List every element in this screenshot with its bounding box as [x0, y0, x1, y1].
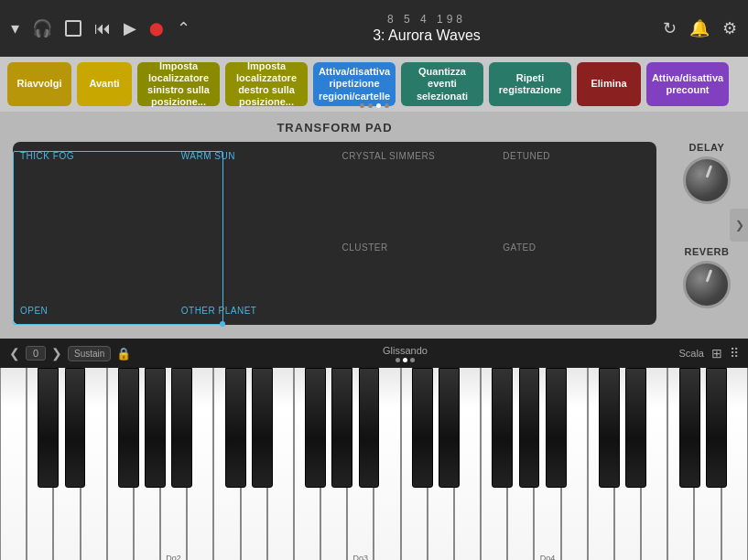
transform-title: TRANSFORM PAD: [13, 121, 656, 135]
black-key-11[interactable]: [412, 368, 433, 488]
black-key-3[interactable]: [118, 368, 139, 488]
do3-label: Do3: [353, 554, 369, 560]
forward-button[interactable]: Avanti: [77, 62, 132, 106]
dot-3: [376, 103, 381, 108]
play-btn[interactable]: ▶: [124, 18, 136, 38]
black-key-4[interactable]: [145, 368, 166, 488]
pad-cell-other-planet[interactable]: OTHER PLANET: [174, 233, 335, 325]
pad-cell-warm-sun[interactable]: WARM SUN: [174, 142, 335, 233]
dot-1: [360, 103, 364, 108]
do2-label: Do2: [166, 554, 181, 560]
piano-dot-1: [396, 358, 400, 362]
top-bar-center: 8 5 4 198 3: Aurora Waves: [373, 13, 481, 44]
quantize-button[interactable]: Quantizza eventi selezionati: [401, 62, 483, 106]
black-key-1[interactable]: [38, 368, 59, 488]
transform-pad[interactable]: THICK FOG WARM SUN CRYSTAL SIMMERS DETUN…: [13, 142, 656, 325]
settings-btn[interactable]: ⚙: [722, 18, 737, 38]
repeat-record-button[interactable]: Ripeti registrazione: [489, 62, 571, 106]
delete-button[interactable]: Elimina: [577, 62, 641, 106]
set-left-locator-button[interactable]: Imposta localizzatore sinistro sulla pos…: [137, 62, 220, 106]
piano-dot-3: [410, 358, 415, 362]
pad-cell-detuned[interactable]: DETUNED: [495, 142, 656, 233]
piano-dot-2: [403, 358, 407, 362]
white-key-1[interactable]: [0, 368, 27, 560]
black-key-16[interactable]: [599, 368, 620, 488]
sustain-button[interactable]: Sustain: [68, 346, 111, 361]
black-key-10[interactable]: [359, 368, 380, 488]
transform-section: TRANSFORM PAD THICK FOG WARM SUN CRYSTAL…: [0, 112, 666, 339]
precount-button[interactable]: Attiva/disattiva precount: [646, 62, 729, 106]
piano-nav-right[interactable]: ❯: [51, 346, 62, 361]
black-key-6[interactable]: [225, 368, 246, 488]
pad-cell-gated[interactable]: GATED: [495, 233, 656, 325]
top-bar-left: ▾ 🎧 ⏮ ▶ ⬤ ⌃: [11, 18, 190, 38]
right-panel: DELAY REVERB ❯: [666, 112, 748, 339]
rewind-button[interactable]: Riavvolgi: [7, 62, 71, 106]
track-title: 3: Aurora Waves: [373, 27, 481, 44]
screen-btn[interactable]: [65, 20, 81, 37]
position-numbers: 8 5 4 198: [387, 13, 466, 26]
black-key-14[interactable]: [519, 368, 540, 488]
black-key-9[interactable]: [331, 368, 352, 488]
pad-cell-open[interactable]: OPEN: [13, 233, 174, 325]
pad-label-open: OPEN: [20, 306, 48, 316]
black-key-17[interactable]: [625, 368, 646, 488]
top-bar: ▾ 🎧 ⏮ ▶ ⬤ ⌃ 8 5 4 198 3: Aurora Waves ↻ …: [0, 0, 748, 57]
pad-cell-crystal-simmers[interactable]: CRYSTAL SIMMERS: [335, 142, 496, 233]
piano-keys[interactable]: Do2 Do3 Do4: [0, 368, 748, 560]
pad-cell-thick-fog[interactable]: THICK FOG: [13, 142, 174, 233]
pad-label-cluster: CLUSTER: [342, 242, 388, 253]
black-key-7[interactable]: [252, 368, 273, 488]
delay-label: DELAY: [689, 142, 725, 153]
black-key-19[interactable]: [706, 368, 727, 488]
octave-number: 0: [26, 346, 46, 361]
black-key-18[interactable]: [679, 368, 700, 488]
piano-toolbar: ❮ 0 ❯ Sustain 🔒 Glissando Scala ⊞ ⠿: [0, 339, 748, 368]
dot-2: [368, 103, 373, 108]
lock-icon: 🔒: [116, 347, 131, 361]
black-key-13[interactable]: [492, 368, 513, 488]
pad-label-thick-fog: THICK FOG: [20, 151, 74, 161]
pad-cell-cluster[interactable]: CLUSTER: [335, 233, 496, 325]
black-key-2[interactable]: [65, 368, 86, 488]
piano-toolbar-center: Glissando: [138, 345, 671, 362]
dot-4: [385, 103, 389, 108]
toolbar: Riavvolgi Avanti Imposta localizzatore s…: [0, 57, 748, 112]
headphones-btn[interactable]: 🎧: [32, 18, 52, 38]
expand-btn[interactable]: ⌃: [177, 18, 190, 38]
toggle-repeat-button[interactable]: Attiva/disattiva ripetizione regioni/car…: [313, 62, 396, 106]
pad-label-crystal-simmers: CRYSTAL SIMMERS: [342, 151, 436, 161]
chevron-down-btn[interactable]: ▾: [11, 18, 19, 38]
scala-label: Scala: [678, 348, 704, 359]
top-bar-right: ↻ 🔔 ⚙: [663, 18, 737, 38]
screen-icon: [65, 20, 81, 37]
toolbar-dots: [360, 103, 389, 108]
record-btn[interactable]: ⬤: [149, 21, 164, 36]
reverb-section: REVERB: [683, 246, 731, 308]
set-right-locator-button[interactable]: Imposta localizzatore destro sulla posiz…: [225, 62, 308, 106]
glissando-label: Glissando: [383, 345, 428, 356]
piano-grid-btn[interactable]: ⊞: [711, 346, 722, 361]
pad-label-warm-sun: WARM SUN: [181, 151, 235, 161]
piano-toolbar-dots: [396, 358, 415, 362]
black-key-8[interactable]: [305, 368, 326, 488]
rewind-btn[interactable]: ⏮: [94, 19, 111, 38]
piano-toolbar-right: Scala ⊞ ⠿: [678, 346, 739, 361]
do4-label: Do4: [540, 554, 556, 560]
piano-dots-btn[interactable]: ⠿: [730, 346, 739, 361]
piano-nav-left[interactable]: ❮: [9, 346, 20, 361]
reverb-knob[interactable]: [683, 261, 731, 308]
delay-knob[interactable]: [683, 156, 731, 204]
black-key-15[interactable]: [546, 368, 567, 488]
loop-btn[interactable]: ↻: [663, 18, 677, 38]
nav-arrow-right[interactable]: ❯: [730, 209, 748, 242]
pad-label-detuned: DETUNED: [503, 151, 550, 161]
metronome-btn[interactable]: 🔔: [689, 18, 710, 38]
piano-section: ❮ 0 ❯ Sustain 🔒 Glissando Scala ⊞ ⠿: [0, 339, 748, 560]
delay-section: DELAY: [683, 142, 731, 204]
black-key-12[interactable]: [439, 368, 460, 488]
black-key-5[interactable]: [171, 368, 192, 488]
pad-label-gated: GATED: [503, 242, 536, 253]
main-area: TRANSFORM PAD THICK FOG WARM SUN CRYSTAL…: [0, 112, 748, 339]
pad-label-other-planet: OTHER PLANET: [181, 306, 257, 316]
